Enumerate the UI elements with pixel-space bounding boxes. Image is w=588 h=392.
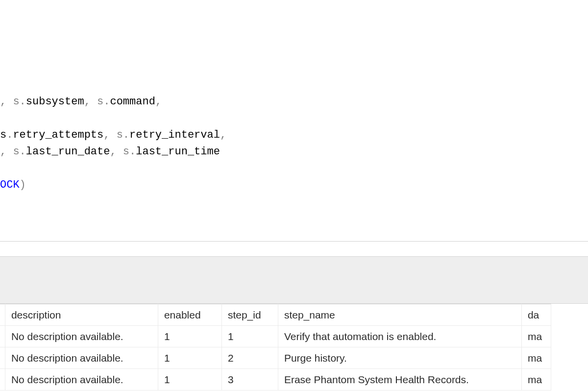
cell-step-name[interactable]: Verify that automation is enabled.: [278, 326, 521, 347]
cell-step-id[interactable]: 2: [221, 347, 278, 369]
sql-editor[interactable]: , s.subsystem, s.command,s.retry_attempt…: [0, 0, 588, 241]
sql-line: , s.subsystem, s.command,: [0, 94, 588, 110]
cell-description[interactable]: No description available.: [5, 326, 158, 347]
sql-line: , s.last_run_date, s.last_run_time: [0, 144, 588, 160]
table-row[interactable]: ge_history No description available. 1 1…: [0, 326, 551, 347]
cell-database-name[interactable]: ma: [521, 369, 551, 391]
cell-enabled[interactable]: 1: [158, 369, 221, 391]
col-header-name[interactable]: [0, 304, 5, 326]
col-header-description[interactable]: description: [5, 304, 158, 326]
cell-name[interactable]: ge_history: [0, 347, 5, 369]
results-tab-band: [0, 256, 588, 304]
cell-database-name[interactable]: ma: [521, 347, 551, 369]
cell-step-name[interactable]: Purge history.: [278, 347, 521, 369]
editor-results-splitter[interactable]: [0, 241, 588, 256]
cell-step-id[interactable]: 3: [221, 369, 278, 391]
cell-database-name[interactable]: ma: [521, 326, 551, 347]
cell-step-id[interactable]: 1: [221, 326, 278, 347]
cell-name[interactable]: ge_history: [0, 369, 5, 391]
col-header-enabled[interactable]: enabled: [158, 304, 221, 326]
col-header-step-name[interactable]: step_name: [278, 304, 521, 326]
results-grid[interactable]: description enabled step_id step_name da…: [0, 304, 588, 392]
sql-line: OCK): [0, 177, 588, 194]
results-header-row: description enabled step_id step_name da: [0, 304, 551, 326]
col-header-database-name[interactable]: da: [521, 304, 551, 326]
table-row[interactable]: ge_history No description available. 1 2…: [0, 347, 551, 369]
cell-step-name[interactable]: Erase Phantom System Health Records.: [278, 369, 521, 391]
results-table[interactable]: description enabled step_id step_name da…: [0, 304, 551, 391]
cell-description[interactable]: No description available.: [5, 369, 158, 391]
cell-description[interactable]: No description available.: [5, 347, 158, 369]
cell-enabled[interactable]: 1: [158, 326, 221, 347]
table-row[interactable]: ge_history No description available. 1 3…: [0, 369, 551, 391]
col-header-step-id[interactable]: step_id: [221, 304, 278, 326]
sql-line: s.retry_attempts, s.retry_interval,: [0, 127, 588, 144]
cell-name[interactable]: ge_history: [0, 326, 5, 347]
cell-enabled[interactable]: 1: [158, 347, 221, 369]
